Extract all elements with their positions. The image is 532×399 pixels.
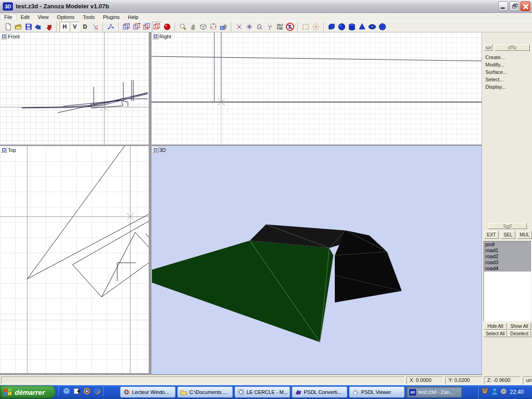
axis-constraint-icon[interactable] (90, 22, 100, 32)
firefox-icon[interactable] (93, 387, 101, 395)
status-message (1, 376, 405, 384)
sel-mode-button[interactable]: SEL (501, 231, 515, 239)
vertices-mode-button[interactable] (106, 22, 116, 32)
toolbar-grip[interactable] (58, 387, 60, 396)
internet-explorer-icon[interactable] (62, 387, 70, 395)
menu-options[interactable]: Options (53, 14, 79, 20)
save-button[interactable] (24, 22, 34, 32)
title-bar[interactable]: 3D test.z3d - Zanoza Modeler v1.07b (0, 0, 532, 13)
pan-view-button[interactable] (218, 22, 229, 32)
viewport-menu-button[interactable] (152, 33, 158, 39)
circle-select-button[interactable] (311, 22, 321, 32)
chevron-up-icon (507, 45, 517, 50)
menu-edit[interactable]: Edit (17, 14, 34, 20)
show-all-button[interactable]: Show All (508, 323, 531, 330)
status-x: X: 0.0000 (406, 376, 443, 384)
top-wireframe (0, 146, 149, 373)
viewport-top[interactable]: Top (0, 146, 149, 373)
panel-item-modify[interactable]: Modify... (485, 61, 507, 68)
panel-item-surface[interactable]: Surface... (485, 68, 507, 76)
deselect-button[interactable]: Deselect (508, 330, 531, 337)
vertex-weld-button[interactable] (234, 22, 244, 32)
viewport-right[interactable]: Right (151, 32, 482, 145)
select-all-button[interactable]: Select All (484, 330, 507, 337)
panel-item-create[interactable]: Create... (485, 54, 507, 61)
zanoza-disabled-icon[interactable]: Z (285, 22, 295, 32)
panel-item-select[interactable]: Select... (485, 76, 507, 83)
messenger-tray-icon[interactable] (491, 387, 498, 397)
taskbar: démarrer Lecteur Windo... C:\Document (0, 385, 532, 399)
volume-tray-icon[interactable] (500, 388, 507, 397)
vertex-branch-button[interactable] (265, 22, 275, 32)
vertex-star-button[interactable] (244, 22, 254, 32)
image-app-icon[interactable] (73, 387, 80, 395)
viewport-3d[interactable]: 3D (151, 146, 482, 374)
task-psdl-viewer[interactable]: PSDL Viewer (349, 387, 405, 398)
vertical-toggle-button[interactable]: V (70, 22, 80, 32)
restore-button[interactable] (509, 1, 519, 11)
pan-tool-button[interactable] (188, 22, 198, 32)
primitive-cone-button[interactable] (357, 22, 367, 32)
primitive-torus-button[interactable] (367, 22, 377, 32)
panel-item-display[interactable]: Display... (485, 83, 507, 91)
list-item[interactable]: road2 (484, 254, 531, 260)
material-sphere-button[interactable] (162, 22, 172, 32)
primitive-geosphere-button[interactable] (377, 22, 387, 32)
polygons-mode-button[interactable] (142, 22, 152, 32)
collapse-down-button[interactable] (488, 223, 527, 229)
collapse-up-button[interactable] (495, 44, 530, 51)
menu-file[interactable]: File (0, 14, 17, 20)
zoom-tool-button[interactable] (178, 22, 188, 32)
task-zmodeler-active[interactable]: 3D test.z3d - Zan... (406, 387, 462, 398)
quick-launch (58, 387, 105, 396)
media-player-icon[interactable] (83, 387, 91, 395)
taskbar-clock[interactable]: 22:40 (510, 389, 524, 395)
viewport-menu-button[interactable] (152, 147, 158, 153)
ext-mode-button[interactable]: EXT (484, 231, 499, 239)
task-le-cercle[interactable]: LE CERCLE - M... (235, 387, 290, 398)
primitive-sphere-button[interactable] (337, 22, 347, 32)
depth-toggle-button[interactable]: D (80, 22, 90, 32)
viewport-3d-label: 3D (159, 147, 166, 153)
minimize-button[interactable] (498, 1, 508, 11)
rect-select-button[interactable] (301, 22, 311, 32)
list-item[interactable]: road1 (484, 248, 531, 254)
menu-view[interactable]: View (34, 14, 53, 20)
edges-mode-button[interactable] (132, 22, 142, 32)
emule-tray-icon[interactable] (481, 387, 489, 397)
list-item[interactable]: road3 (484, 260, 531, 266)
minimize-icon (501, 7, 505, 9)
primitive-cylinder-button[interactable] (347, 22, 357, 32)
start-button[interactable]: démarrer (0, 386, 55, 399)
hide-all-button[interactable]: Hide All (484, 323, 507, 330)
close-button[interactable] (520, 1, 530, 11)
export-button[interactable] (44, 22, 54, 32)
viewport-menu-button[interactable] (1, 33, 7, 39)
rotate-view-button[interactable] (198, 22, 208, 32)
viewport-front[interactable]: Front (0, 32, 149, 145)
horizontal-toggle-button[interactable]: H (60, 22, 70, 32)
menu-help[interactable]: Help (124, 14, 143, 20)
objects-mode-button[interactable] (152, 22, 162, 32)
new-file-button[interactable] (3, 22, 13, 32)
viewport-menu-button[interactable] (1, 147, 7, 153)
menu-tools[interactable]: Tools (79, 14, 99, 20)
faces-mode-button[interactable] (121, 22, 132, 32)
toolbar-grip[interactable] (103, 387, 105, 396)
task-psdl-converter[interactable]: PSDL Converti... (292, 387, 347, 398)
viewport-top-label: Top (8, 147, 16, 153)
import-button[interactable] (34, 22, 44, 32)
primitive-cube-button[interactable] (326, 22, 337, 32)
select-move-button[interactable] (208, 22, 218, 32)
toggle-2d3d-button[interactable]: 2DJ F3D (275, 22, 285, 32)
list-item[interactable]: road4 (484, 266, 531, 272)
task-lecteur-windows[interactable]: Lecteur Windo... (120, 387, 175, 398)
objects-list[interactable]: psdl road1 road2 road3 road4 (484, 241, 532, 321)
open-file-button[interactable] (13, 22, 24, 32)
list-item[interactable]: psdl (484, 242, 531, 248)
mul-mode-button[interactable]: MUL (517, 231, 532, 239)
menu-plugins[interactable]: Plugins (99, 14, 124, 20)
vertex-poly-button[interactable] (254, 22, 265, 32)
task-documents-folder[interactable]: C:\Documents ... (177, 387, 233, 398)
panel-expander-button[interactable]: <> (484, 44, 492, 51)
